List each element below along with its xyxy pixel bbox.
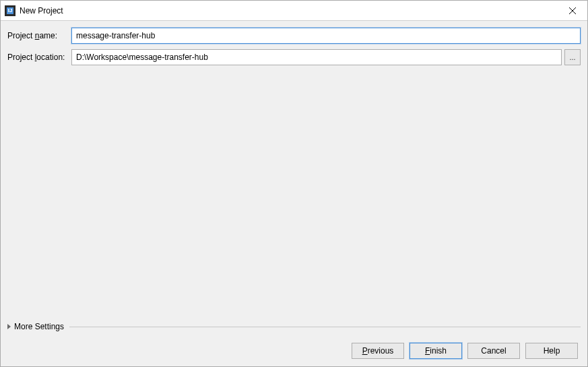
close-icon	[569, 7, 576, 14]
project-name-label: Project name:	[7, 31, 71, 40]
project-location-row: Project location: ...	[7, 49, 581, 65]
browse-location-button[interactable]: ...	[564, 49, 581, 65]
previous-button[interactable]: Previous	[352, 343, 404, 359]
titlebar: IJ New Project	[1, 1, 587, 21]
project-name-input[interactable]	[71, 28, 581, 44]
help-button[interactable]: Help	[525, 343, 578, 359]
cancel-button[interactable]: Cancel	[467, 343, 520, 359]
app-icon-glyph: IJ	[7, 7, 13, 14]
content-spacer	[7, 71, 581, 318]
finish-button[interactable]: Finish	[410, 343, 462, 359]
dialog-content: Project name: Project location: ... More…	[1, 21, 587, 335]
app-icon: IJ	[5, 5, 15, 16]
more-settings-toggle[interactable]: More Settings	[7, 318, 581, 335]
button-bar: Previous Finish Cancel Help	[1, 335, 587, 366]
project-location-label: Project location:	[7, 53, 71, 62]
window-title: New Project	[20, 6, 557, 15]
project-name-row: Project name:	[7, 28, 581, 44]
project-location-input[interactable]	[71, 49, 562, 65]
more-settings-label: More Settings	[14, 322, 64, 331]
close-button[interactable]	[557, 1, 587, 21]
separator-line	[69, 327, 581, 327]
expand-right-icon	[7, 324, 11, 329]
